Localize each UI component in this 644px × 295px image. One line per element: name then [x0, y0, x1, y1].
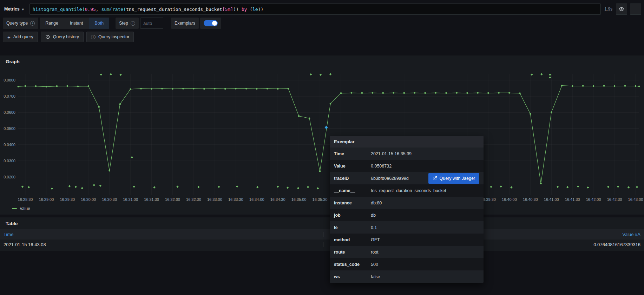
series-data-point[interactable] [603, 85, 605, 87]
series-data-point[interactable] [66, 85, 68, 87]
series-data-point[interactable] [277, 88, 279, 90]
exemplars-toggle[interactable] [204, 20, 218, 26]
series-data-point[interactable] [245, 88, 247, 90]
series-data-point[interactable] [340, 92, 342, 94]
series-data-point[interactable] [498, 92, 500, 94]
exemplar-marker[interactable] [236, 185, 238, 188]
series-data-point[interactable] [267, 88, 268, 90]
series-data-point[interactable] [140, 88, 142, 90]
exemplar-marker[interactable] [307, 186, 309, 188]
series-data-point[interactable] [466, 92, 468, 94]
exemplar-marker[interactable] [51, 188, 53, 190]
exemplar-marker[interactable] [153, 186, 155, 188]
series-data-point[interactable] [203, 88, 205, 90]
exemplar-marker[interactable] [617, 185, 619, 188]
exemplar-marker[interactable] [277, 185, 279, 188]
series-data-point[interactable] [256, 88, 258, 90]
series-data-point[interactable] [403, 92, 405, 94]
series-data-point[interactable] [477, 92, 479, 94]
exemplar-marker[interactable] [119, 74, 121, 76]
series-data-point[interactable] [56, 85, 58, 87]
series-data-point[interactable] [487, 92, 489, 94]
query-inspector-button[interactable]: i Query inspector [86, 32, 134, 42]
exemplar-marker[interactable] [500, 185, 502, 188]
exemplar-marker[interactable] [577, 185, 579, 188]
exemplar-marker[interactable] [100, 73, 102, 76]
series-data-point[interactable] [35, 85, 37, 87]
exemplar-marker[interactable] [549, 74, 551, 76]
series-data-point[interactable] [593, 85, 594, 87]
exemplar-marker[interactable] [329, 73, 331, 75]
series-data-point[interactable] [435, 92, 436, 94]
series-data-point[interactable] [98, 106, 100, 108]
exemplar-marker[interactable] [131, 156, 133, 158]
graph-canvas[interactable]: 16:28:3016:29:0016:29:3016:30:0016:30:30… [0, 67, 644, 205]
series-data-point[interactable] [46, 86, 47, 88]
series-data-point[interactable] [508, 92, 510, 94]
series-data-point[interactable] [635, 85, 637, 87]
exemplar-marker[interactable] [549, 76, 551, 78]
exemplar-marker[interactable] [176, 185, 178, 188]
promql-query-input[interactable]: histogram_quantile(0.95, sum(rate(tns_re… [29, 4, 601, 15]
series-data-point[interactable] [638, 86, 640, 87]
exemplar-marker[interactable] [218, 186, 220, 188]
step-input[interactable] [140, 18, 163, 29]
series-data-point[interactable] [519, 92, 521, 94]
series-data-point[interactable] [77, 86, 79, 87]
series-data-point[interactable] [319, 170, 321, 172]
query-preview-eye-button[interactable] [616, 4, 627, 15]
exemplar-marker[interactable] [68, 185, 71, 187]
series-data-point[interactable] [172, 88, 173, 90]
series-data-point[interactable] [182, 88, 184, 90]
series-data-point[interactable] [25, 85, 26, 87]
query-type-option-both[interactable]: Both [89, 18, 110, 29]
exemplar-marker[interactable] [607, 186, 609, 188]
exemplar-marker[interactable] [557, 186, 559, 188]
exemplar-marker[interactable] [627, 186, 630, 188]
series-data-point[interactable] [87, 85, 89, 87]
exemplar-marker[interactable] [99, 185, 101, 187]
series-data-point[interactable] [561, 85, 563, 86]
series-data-point[interactable] [414, 92, 415, 94]
exemplar-marker[interactable] [566, 186, 569, 188]
series-data-point[interactable] [614, 85, 616, 87]
metrics-dropdown[interactable]: Metrics ▾ [3, 4, 27, 15]
exemplar-marker[interactable] [93, 184, 95, 186]
series-data-point[interactable] [235, 88, 237, 90]
exemplar-marker[interactable] [531, 73, 533, 76]
query-type-option-range[interactable]: Range [40, 18, 64, 29]
graph-legend[interactable]: Value [0, 205, 644, 215]
series-data-point[interactable] [288, 88, 289, 90]
exemplar-marker[interactable] [21, 185, 24, 188]
series-data-point[interactable] [18, 86, 19, 87]
exemplar-marker[interactable] [587, 186, 589, 189]
series-data-point[interactable] [372, 92, 374, 94]
series-data-point[interactable] [551, 111, 552, 113]
series-data-point[interactable] [393, 92, 394, 94]
series-data-point[interactable] [214, 88, 216, 90]
series-data-point[interactable] [540, 183, 542, 184]
exemplar-marker[interactable] [75, 186, 77, 188]
series-data-point[interactable] [530, 113, 531, 115]
series-data-point[interactable] [109, 170, 110, 172]
exemplar-marker[interactable] [490, 186, 492, 188]
series-data-point[interactable] [351, 92, 353, 94]
series-data-point[interactable] [424, 92, 426, 94]
series-data-point[interactable] [119, 103, 121, 105]
series-data-point[interactable] [382, 92, 384, 94]
series-data-point[interactable] [456, 92, 458, 94]
exemplar-marker[interactable] [28, 186, 30, 188]
series-data-point[interactable] [193, 88, 195, 90]
series-data-point[interactable] [624, 85, 626, 87]
series-data-point[interactable] [361, 92, 363, 94]
series-data-point[interactable] [582, 85, 584, 87]
query-type-option-instant[interactable]: Instant [64, 18, 89, 29]
exemplar-marker[interactable] [133, 185, 135, 188]
exemplar-marker[interactable] [540, 73, 543, 75]
series-data-point[interactable] [130, 88, 131, 90]
series-data-point[interactable] [298, 115, 300, 117]
table-header-time[interactable]: Time [4, 232, 324, 237]
series-data-point[interactable] [445, 92, 447, 94]
series-data-point[interactable] [151, 88, 152, 90]
series-data-point[interactable] [224, 88, 226, 90]
